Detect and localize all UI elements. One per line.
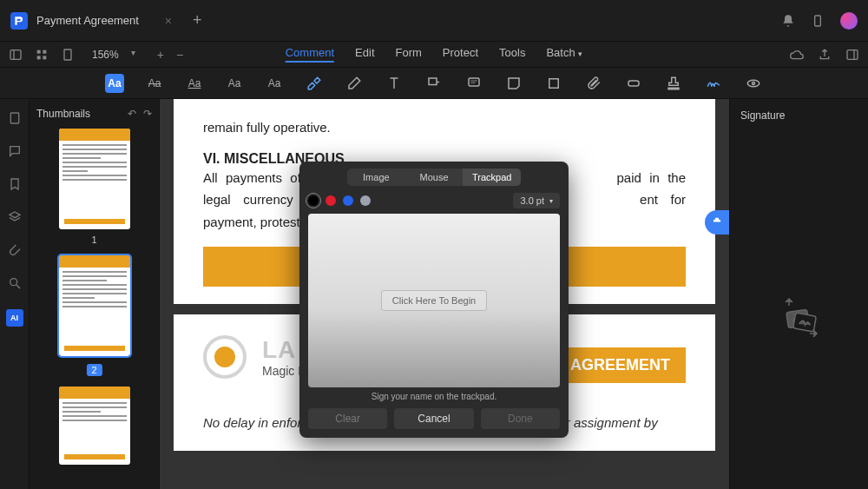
thumbnail-page-3[interactable]: [59, 387, 130, 465]
sticky-note-tool[interactable]: [504, 74, 523, 93]
squiggly-tool[interactable]: Aa: [225, 74, 244, 93]
shape-tool[interactable]: [544, 74, 563, 93]
titlebar: Payment Agreement × +: [0, 0, 868, 42]
bell-icon[interactable]: [781, 14, 795, 28]
layers-rail-icon[interactable]: [8, 210, 22, 224]
text-box-tool[interactable]: [385, 74, 404, 93]
link-tool[interactable]: [624, 74, 643, 93]
color-blue[interactable]: [343, 195, 353, 206]
share-icon[interactable]: [818, 48, 832, 62]
signature-dialog: Image Mouse Trackpad 3.0 pt▾ Click Here …: [299, 162, 569, 438]
svg-rect-7: [64, 50, 71, 60]
tab-close-icon[interactable]: ×: [165, 14, 172, 28]
grid-icon[interactable]: [35, 48, 49, 62]
hide-tool[interactable]: [744, 74, 763, 93]
signature-hint: Sign your name on the trackpad.: [308, 392, 560, 401]
zoom-level[interactable]: 156%: [92, 49, 119, 61]
color-red[interactable]: [326, 195, 336, 206]
underline-tool[interactable]: Aa: [185, 74, 204, 93]
stroke-width-dropdown[interactable]: 3.0 pt▾: [513, 193, 560, 208]
svg-rect-5: [37, 56, 41, 59]
agreement-badge: AGREEMENT: [555, 347, 686, 383]
text-highlight-tool[interactable]: Aa: [105, 74, 124, 93]
menu-tools[interactable]: Tools: [499, 46, 525, 63]
thumbnail-num-1: 1: [36, 235, 152, 245]
thumbnail-page-2[interactable]: [59, 255, 130, 356]
tab-add-icon[interactable]: +: [193, 11, 202, 30]
thumbnail-page-1[interactable]: [59, 129, 130, 229]
comment-toolbar: Aa Aa Aa Aa Aa: [0, 68, 868, 99]
highlighter-tool[interactable]: [305, 74, 324, 93]
zoom-out-icon[interactable]: −: [176, 48, 183, 62]
clear-button[interactable]: Clear: [308, 408, 387, 429]
thumbnail-num-2: 2: [86, 364, 102, 376]
menu-comment[interactable]: Comment: [286, 46, 334, 63]
signature-mode-tabs: Image Mouse Trackpad: [347, 169, 521, 186]
done-button[interactable]: Done: [481, 408, 560, 429]
svg-point-19: [10, 279, 16, 286]
color-row: 3.0 pt▾: [308, 193, 560, 208]
color-gray[interactable]: [360, 195, 371, 206]
svg-rect-6: [43, 56, 46, 59]
svg-rect-0: [815, 16, 821, 26]
menu-protect[interactable]: Protect: [443, 46, 478, 63]
svg-point-16: [747, 80, 760, 87]
thumbnails-panel: Thumbnails ↶ ↷ 1 2: [30, 99, 160, 489]
callout-tool[interactable]: [424, 74, 444, 93]
search-rail-icon[interactable]: [8, 276, 22, 290]
svg-rect-11: [469, 78, 479, 86]
menu-form[interactable]: Form: [396, 46, 422, 63]
svg-rect-10: [429, 78, 437, 85]
menu-batch[interactable]: Batch ▾: [546, 46, 582, 63]
menu-edit[interactable]: Edit: [355, 46, 374, 63]
doc-text: remain fully operative.: [203, 116, 686, 139]
redo-icon[interactable]: ↷: [143, 108, 152, 120]
undo-icon[interactable]: ↶: [128, 108, 136, 120]
app-icon: [10, 12, 28, 30]
svg-rect-1: [10, 50, 21, 59]
bookmarks-rail-icon[interactable]: [8, 177, 22, 191]
note-tool[interactable]: [464, 74, 483, 93]
signature-tool[interactable]: [704, 74, 723, 93]
color-black[interactable]: [308, 195, 319, 206]
attachment-tool[interactable]: [584, 74, 603, 93]
thumbnails-title: Thumbnails: [36, 108, 121, 120]
begin-signature-button[interactable]: Click Here To Begin: [381, 290, 487, 311]
strikethrough-tool[interactable]: Aa: [145, 74, 164, 93]
tab-title[interactable]: Payment Agreement: [36, 14, 139, 27]
svg-point-17: [753, 82, 755, 84]
device-icon[interactable]: [811, 14, 825, 28]
menubar: Comment Edit Form Protect Tools Batch ▾: [286, 46, 583, 63]
ai-rail-icon[interactable]: AI: [6, 309, 23, 327]
logo-icon: [203, 335, 247, 379]
signature-panel: Signature: [729, 99, 868, 489]
cloud-icon[interactable]: [790, 48, 804, 62]
sidebar-toggle-icon[interactable]: [9, 48, 23, 62]
signature-canvas[interactable]: Click Here To Begin: [308, 214, 560, 387]
svg-rect-15: [628, 81, 639, 86]
tab-mouse[interactable]: Mouse: [405, 169, 464, 186]
svg-rect-3: [37, 50, 41, 53]
tab-image[interactable]: Image: [347, 169, 405, 186]
page-icon[interactable]: [61, 48, 75, 62]
thumbnails-rail-icon[interactable]: [8, 111, 22, 125]
quickbar: 156% ▾ + − Comment Edit Form Protect Too…: [0, 42, 868, 68]
chevron-down-icon[interactable]: ▾: [131, 48, 145, 62]
avatar[interactable]: [840, 12, 858, 30]
left-rail: AI: [0, 99, 30, 489]
zoom-in-icon[interactable]: +: [157, 48, 164, 62]
svg-rect-14: [549, 78, 559, 88]
cancel-button[interactable]: Cancel: [394, 408, 473, 429]
svg-line-20: [16, 285, 20, 288]
panel-icon[interactable]: [845, 48, 859, 62]
tab-trackpad[interactable]: Trackpad: [463, 169, 521, 186]
eraser-tool[interactable]: [345, 74, 364, 93]
stamp-tool[interactable]: [664, 74, 683, 93]
svg-rect-18: [10, 113, 18, 123]
floating-action-icon[interactable]: [705, 210, 729, 235]
comments-rail-icon[interactable]: [8, 144, 22, 158]
svg-rect-4: [43, 50, 46, 53]
caret-tool[interactable]: Aa: [265, 74, 284, 93]
signature-empty-icon: [779, 295, 820, 340]
attachments-rail-icon[interactable]: [8, 243, 22, 257]
